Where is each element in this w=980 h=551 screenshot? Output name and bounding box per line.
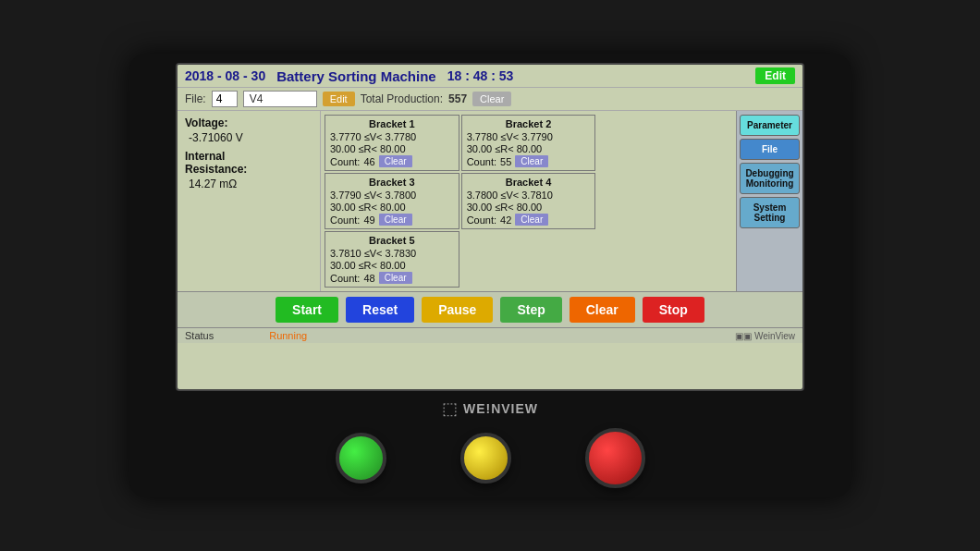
file-label: File: (185, 92, 206, 105)
total-production-value: 557 (448, 92, 467, 105)
top-bar: 2018 - 08 - 30 Battery Sorting Machine 1… (178, 65, 802, 88)
debug-button[interactable]: Debugging Monitoring (740, 163, 800, 194)
file-num-input[interactable] (212, 91, 238, 107)
bracket-1-title: Bracket 1 (330, 118, 454, 129)
bracket-1-count-value: 46 (363, 156, 374, 167)
bracket-5-count-value: 48 (363, 273, 374, 284)
step-button[interactable]: Step (500, 297, 561, 323)
time: 18 : 48 : 53 (447, 68, 514, 83)
bracket-5-r-range: 30.00 ≤R< 80.00 (330, 260, 454, 271)
bracket-4-count-value: 42 (500, 214, 511, 226)
bracket-3-count-value: 49 (363, 214, 374, 226)
bracket-2-r-range: 30.00 ≤R< 80.00 (467, 143, 591, 154)
bracket-4-title: Bracket 4 (467, 177, 591, 188)
red-physical-button[interactable] (585, 428, 645, 488)
action-bar: Start Reset Pause Step Clear Stop (178, 291, 802, 327)
green-physical-button[interactable] (336, 433, 386, 484)
bracket-2-count-value: 55 (500, 156, 511, 167)
machine-panel: 2018 - 08 - 30 Battery Sorting Machine 1… (129, 54, 851, 497)
bracket-5: Bracket 5 3.7810 ≤V< 3.7830 30.00 ≤R< 80… (325, 231, 459, 288)
start-button[interactable]: Start (276, 297, 338, 323)
main-area: Voltage: -3.71060 V InternalResistance: … (178, 111, 802, 291)
yellow-physical-button[interactable] (460, 433, 511, 484)
screen: 2018 - 08 - 30 Battery Sorting Machine 1… (176, 63, 804, 391)
resistance-value: 14.27 mΩ (189, 178, 312, 190)
bracket-3-clear-button[interactable]: Clear (379, 214, 412, 226)
bracket-5-v-range: 3.7810 ≤V< 3.7830 (330, 248, 454, 259)
stop-button[interactable]: Stop (643, 297, 704, 323)
bracket-4-clear-button[interactable]: Clear (515, 214, 548, 226)
bracket-3-title: Bracket 3 (330, 177, 454, 188)
clear-button[interactable]: Clear (570, 297, 635, 323)
pause-button[interactable]: Pause (422, 297, 493, 323)
right-sidebar: Parameter File Debugging Monitoring Syst… (736, 111, 802, 291)
parameter-button[interactable]: Parameter (740, 115, 800, 136)
bracket-5-clear-button[interactable]: Clear (379, 272, 412, 284)
bracket-4-v-range: 3.7800 ≤V< 3.7810 (467, 190, 591, 201)
status-bar: Status Running ▣▣ WeinView (178, 327, 802, 343)
bracket-4-count-row: Count: 42 Clear (467, 214, 591, 226)
logo-area: ⬚ WE!NVIEW (442, 398, 538, 419)
date: 2018 - 08 - 30 (185, 68, 265, 83)
bracket-3-v-range: 3.7790 ≤V< 3.7800 (330, 190, 454, 201)
file-bar: File: V4 Edit Total Production: 557 Clea… (178, 88, 802, 111)
logo-icon: ⬚ (442, 398, 458, 419)
bracket-5-count-row: Count: 48 Clear (330, 272, 454, 284)
bracket-3-count-row: Count: 49 Clear (330, 214, 454, 226)
bracket-2-title: Bracket 2 (467, 118, 591, 129)
physical-buttons (336, 428, 645, 488)
logo-text: WE!NVIEW (463, 401, 538, 416)
bracket-1-v-range: 3.7770 ≤V< 3.7780 (330, 131, 454, 142)
bracket-1-r-range: 30.00 ≤R< 80.00 (330, 143, 454, 154)
resistance-section: InternalResistance: 14.27 mΩ (185, 150, 312, 190)
bracket-1-count-row: Count: 46 Clear (330, 155, 454, 167)
total-clear-button[interactable]: Clear (472, 92, 511, 106)
bracket-4: Bracket 4 3.7800 ≤V< 3.7810 30.00 ≤R< 80… (461, 173, 596, 229)
bracket-1-clear-button[interactable]: Clear (379, 155, 412, 167)
bracket-4-r-range: 30.00 ≤R< 80.00 (467, 202, 591, 213)
voltage-section: Voltage: -3.71060 V (185, 116, 312, 144)
running-status: Running (269, 330, 307, 341)
bracket-3-r-range: 30.00 ≤R< 80.00 (330, 202, 454, 213)
status-label: Status (185, 330, 214, 341)
bracket-2: Bracket 2 3.7780 ≤V< 3.7790 30.00 ≤R< 80… (461, 115, 596, 171)
file-edit-button[interactable]: Edit (323, 92, 355, 106)
bracket-3: Bracket 3 3.7790 ≤V< 3.7800 30.00 ≤R< 80… (325, 173, 459, 229)
bracket-3-count-label: Count: (330, 214, 360, 226)
voltage-value: -3.71060 V (189, 131, 312, 144)
bracket-1-count-label: Count: (330, 156, 360, 167)
bracket-5-title: Bracket 5 (330, 235, 454, 246)
left-panel: Voltage: -3.71060 V InternalResistance: … (178, 111, 321, 291)
file-name-display: V4 (243, 91, 317, 107)
machine-title: Battery Sorting Machine (276, 68, 436, 84)
resistance-label: InternalResistance: (185, 150, 312, 176)
bracket-2-count-label: Count: (467, 156, 496, 167)
bracket-4-count-label: Count: (467, 214, 496, 226)
brackets-area: Bracket 1 3.7770 ≤V< 3.7780 30.00 ≤R< 80… (321, 111, 736, 291)
bracket-5-count-label: Count: (330, 273, 360, 284)
bracket-2-count-row: Count: 55 Clear (467, 155, 591, 167)
reset-button[interactable]: Reset (346, 297, 414, 323)
file-button[interactable]: File (740, 139, 800, 160)
bracket-1: Bracket 1 3.7770 ≤V< 3.7780 30.00 ≤R< 80… (325, 115, 459, 171)
total-production-label: Total Production: (361, 92, 443, 105)
system-button[interactable]: System Setting (740, 197, 800, 228)
bracket-2-clear-button[interactable]: Clear (515, 155, 548, 167)
top-edit-button[interactable]: Edit (755, 67, 795, 84)
bracket-2-v-range: 3.7780 ≤V< 3.7790 (467, 131, 591, 142)
brand-label: ▣▣ WeinView (735, 331, 795, 341)
voltage-label: Voltage: (185, 116, 312, 129)
